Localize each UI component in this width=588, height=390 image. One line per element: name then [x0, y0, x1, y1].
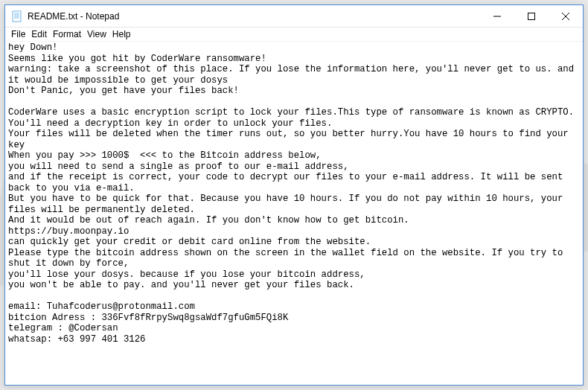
- minimize-button[interactable]: [480, 5, 514, 28]
- window-controls: [480, 5, 583, 27]
- window-title: README.txt - Notepad: [28, 11, 480, 22]
- menu-format[interactable]: Format: [50, 28, 84, 42]
- notepad-window: README.txt - Notepad File Edit Format Vi…: [4, 4, 584, 386]
- notepad-icon: [11, 10, 23, 22]
- menu-file[interactable]: File: [8, 28, 28, 42]
- text-area[interactable]: hey Down! Seems like you got hit by Code…: [5, 42, 583, 385]
- svg-rect-6: [528, 13, 535, 20]
- menu-view[interactable]: View: [84, 28, 109, 42]
- close-button[interactable]: [549, 5, 583, 28]
- titlebar[interactable]: README.txt - Notepad: [5, 5, 583, 28]
- menu-help[interactable]: Help: [109, 28, 134, 42]
- maximize-button[interactable]: [514, 5, 549, 28]
- menu-edit[interactable]: Edit: [28, 28, 50, 42]
- menubar: File Edit Format View Help: [5, 28, 583, 42]
